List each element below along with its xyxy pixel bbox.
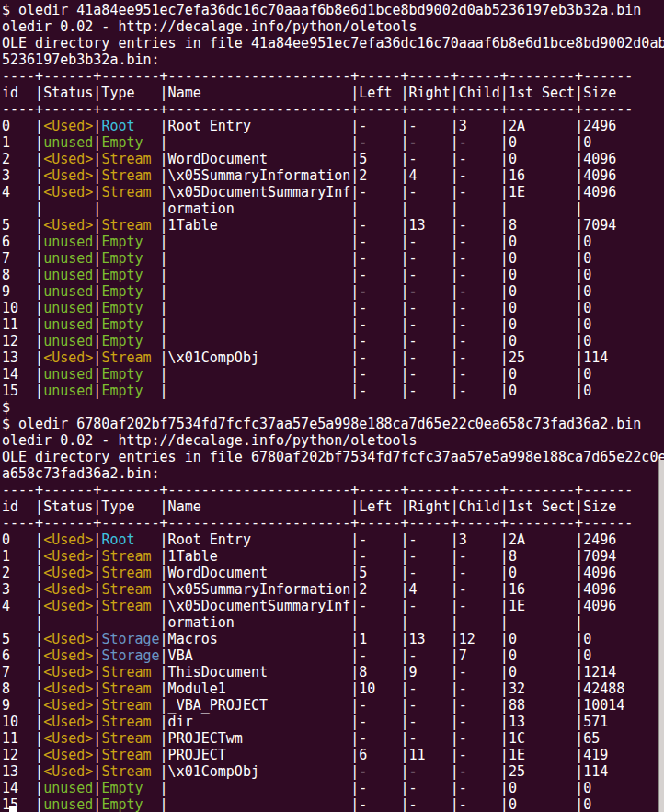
prompt: $ xyxy=(2,2,18,18)
table-row: 0 |<Used>|Root |Root Entry |- |- |3 |2A … xyxy=(2,532,664,548)
row-values: | |- |- |- |0 |0 xyxy=(160,300,592,316)
id-cell: 10 | xyxy=(2,300,43,316)
table-row: 10 |<Used>|Stream |dir |- |- |- |13 |571 xyxy=(2,714,664,730)
table-separator: ----+------+-------+--------------------… xyxy=(2,515,664,532)
id-cell: 0 | xyxy=(2,532,43,548)
status-cell: unused xyxy=(43,796,93,812)
command-line: $ oledir 41a84ee951ec7efa36dc16c70aaaf6b… xyxy=(2,2,664,18)
id-cell: 9 | xyxy=(2,697,43,714)
table-row: 1 |unused|Empty | |- |- |- |0 |0 xyxy=(2,134,664,151)
status-cell: unused xyxy=(43,300,93,316)
id-cell: 13 | xyxy=(2,763,43,780)
table-separator: ----+------+-------+--------------------… xyxy=(2,68,664,85)
table-row: 10 |unused|Empty | |- |- |- |0 |0 xyxy=(2,300,664,316)
row-values: |WordDocument |5 |- |- |0 |4096 xyxy=(160,151,617,167)
scrollbar-thumb[interactable] xyxy=(658,460,664,812)
status-cell: <Used> xyxy=(43,664,93,680)
status-cell: unused xyxy=(43,283,93,300)
type-cell: Stream xyxy=(101,349,159,366)
type-cell: Stream xyxy=(101,151,159,167)
id-cell: 1 | xyxy=(2,134,43,151)
table-separator: ----+------+-------+--------------------… xyxy=(2,101,664,118)
status-cell: <Used> xyxy=(43,647,93,664)
id-cell: 8 | xyxy=(2,267,43,283)
terminal-cursor xyxy=(9,806,17,812)
type-cell: Empty xyxy=(101,780,159,796)
type-cell: Stream xyxy=(101,167,159,184)
table-row: 13 |<Used>|Stream |\x01CompObj |- |- |- … xyxy=(2,763,664,780)
status-cell: <Used> xyxy=(43,631,93,647)
row-values: | |- |- |- |0 |0 xyxy=(160,283,592,300)
id-cell: 12 | xyxy=(2,333,43,349)
version-line: oledir 0.02 - http://decalage.info/pytho… xyxy=(2,18,664,35)
id-cell: 0 | xyxy=(2,118,43,134)
table-row: 6 |<Used>|Storage|VBA |- |- |7 |0 |0 xyxy=(2,647,664,664)
row-values: | |- |- |- |0 |0 xyxy=(160,366,592,383)
id-cell: 7 | xyxy=(2,664,43,680)
table-row-continuation: | | |ormation | | | | | xyxy=(2,614,664,631)
status-cell: <Used> xyxy=(43,747,93,763)
table-header-row: id |Status|Type |Name |Left |Right|Child… xyxy=(2,85,664,101)
listing-header-line: a658c73fad36a2.bin: xyxy=(2,465,664,482)
row-values: |WordDocument |5 |- |- |0 |4096 xyxy=(160,565,617,581)
id-cell: 15 | xyxy=(2,383,43,399)
table-header-row: id |Status|Type |Name |Left |Right|Child… xyxy=(2,498,664,515)
status-cell: <Used> xyxy=(43,697,93,714)
terminal-output[interactable]: $ oledir 41a84ee951ec7efa36dc16c70aaaf6b… xyxy=(0,0,664,812)
row-values: |Macros |1 |13 |12 |0 |0 xyxy=(160,631,592,647)
status-cell: <Used> xyxy=(43,730,93,747)
table-row: 8 |unused|Empty | |- |- |- |0 |0 xyxy=(2,267,664,283)
id-cell: 2 | xyxy=(2,151,43,167)
row-values: | |- |- |- |0 |0 xyxy=(160,796,592,812)
type-cell: Stream xyxy=(101,565,159,581)
row-values: |dir |- |- |- |13 |571 xyxy=(160,714,609,730)
row-values: |Root Entry |- |- |3 |2A |2496 xyxy=(160,118,617,134)
status-cell: <Used> xyxy=(43,184,93,200)
status-cell: unused xyxy=(43,333,93,349)
type-cell: Stream xyxy=(101,217,159,234)
table-row: 9 |<Used>|Stream |_VBA_PROJECT |- |- |- … xyxy=(2,697,664,714)
type-cell: Stream xyxy=(101,697,159,714)
type-cell: Stream xyxy=(101,664,159,680)
row-values: |\x05SummaryInformation|2 |4 |- |16 |409… xyxy=(160,581,617,598)
row-values: |PROJECTwm |- |- |- |1C |65 xyxy=(160,730,601,747)
id-cell: 9 | xyxy=(2,283,43,300)
table-row: 5 |<Used>|Stream |1Table |- |13 |- |8 |7… xyxy=(2,217,664,234)
status-cell: <Used> xyxy=(43,680,93,697)
type-cell: Empty xyxy=(101,283,159,300)
listing-header-line: OLE directory entries in file 41a84ee951… xyxy=(2,35,664,51)
status-cell: <Used> xyxy=(43,167,93,184)
type-cell: Stream xyxy=(101,598,159,614)
type-cell: Empty xyxy=(101,250,159,267)
table-row: 1 |<Used>|Stream |1Table |- |- |- |8 |70… xyxy=(2,548,664,565)
column-headers: id |Status|Type |Name |Left |Right|Child… xyxy=(2,498,616,515)
row-values: |ThisDocument |8 |9 |- |0 |1214 xyxy=(160,664,617,680)
status-cell: <Used> xyxy=(43,598,93,614)
column-headers: id |Status|Type |Name |Left |Right|Child… xyxy=(2,85,616,101)
status-cell: <Used> xyxy=(43,548,93,565)
table-row: 15 |unused|Empty | |- |- |- |0 |0 xyxy=(2,383,664,399)
row-values: |\x01CompObj |- |- |- |25 |114 xyxy=(160,349,609,366)
status-cell: <Used> xyxy=(43,217,93,234)
row-values: | |- |- |- |0 |0 xyxy=(160,134,592,151)
separator-text: ----+------+-------+--------------------… xyxy=(2,482,633,498)
version-line-text: oledir 0.02 - http://decalage.info/pytho… xyxy=(2,432,418,449)
table-row: 5 |<Used>|Storage|Macros |1 |13 |12 |0 |… xyxy=(2,631,664,647)
version-line-text: oledir 0.02 - http://decalage.info/pytho… xyxy=(2,18,418,35)
type-cell: Storage xyxy=(101,647,159,664)
status-cell: <Used> xyxy=(43,763,93,780)
type-cell: Empty xyxy=(101,234,159,250)
name-wrap-text: | | |ormation | | | | | xyxy=(2,614,583,631)
table-row: 2 |<Used>|Stream |WordDocument |5 |- |- … xyxy=(2,151,664,167)
row-values: | |- |- |- |0 |0 xyxy=(160,250,592,267)
listing-header-line-text: a658c73fad36a2.bin: xyxy=(2,465,160,482)
row-values: | |- |- |- |0 |0 xyxy=(160,780,592,796)
id-cell: 5 | xyxy=(2,217,43,234)
type-cell: Stream xyxy=(101,714,159,730)
table-row: 11 |<Used>|Stream |PROJECTwm |- |- |- |1… xyxy=(2,730,664,747)
listing-header-line-text: OLE directory entries in file 6780af202b… xyxy=(2,449,664,465)
row-values: | |- |- |- |0 |0 xyxy=(160,267,592,283)
status-cell: <Used> xyxy=(43,151,93,167)
status-cell: unused xyxy=(43,316,93,333)
prompt-line: $ xyxy=(2,399,664,416)
